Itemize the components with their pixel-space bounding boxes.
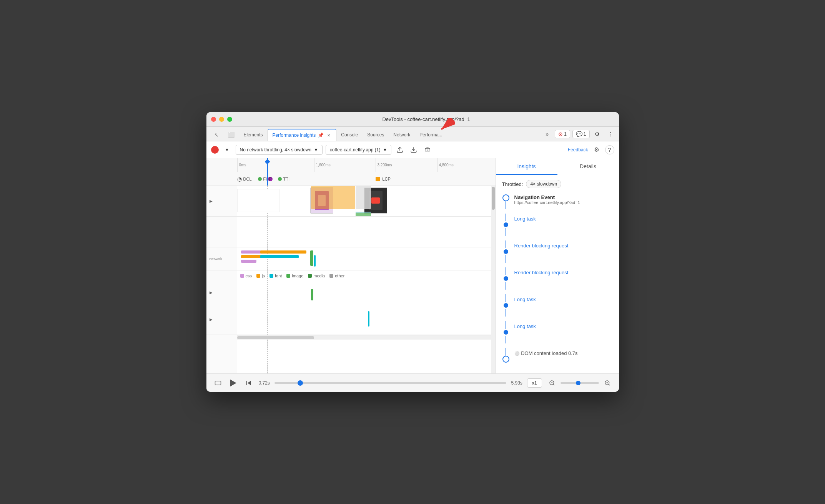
net-bar-css-2 xyxy=(241,260,256,263)
rb2-line-bottom xyxy=(506,282,506,290)
network-track xyxy=(237,247,491,270)
minimize-button[interactable] xyxy=(219,117,224,122)
timeline-tracks: css js font image xyxy=(237,186,491,373)
expand-row-2[interactable]: ▶ xyxy=(206,281,237,304)
screenshot-toggle-button[interactable] xyxy=(213,378,223,388)
url-dropdown[interactable]: coffee-cart.netlify.app (1) ▼ xyxy=(326,145,392,155)
long-task-2-link[interactable]: Long task xyxy=(514,297,536,302)
ruler-0ms: 0ms xyxy=(237,158,246,172)
tab-close-button[interactable]: ✕ xyxy=(326,133,331,138)
throttle-badge: 4× slowdown xyxy=(526,180,561,188)
tab-performance-insights-label: Performance insights xyxy=(273,133,316,138)
event-render-block-1: Render blocking request xyxy=(502,240,613,263)
tab-elements-label: Elements xyxy=(244,132,263,138)
legend-js-label: js xyxy=(262,274,265,278)
scrollbar-thumb-v[interactable] xyxy=(492,187,495,210)
tab-sources-label: Sources xyxy=(367,132,384,138)
delete-button[interactable] xyxy=(422,144,433,155)
help-button[interactable]: ? xyxy=(605,145,614,154)
more-tabs-button[interactable]: » xyxy=(542,129,552,139)
legend-other: other xyxy=(329,274,344,278)
legend-image: image xyxy=(286,274,303,278)
more-options-button[interactable]: ⋮ xyxy=(605,129,616,139)
lt3-dot xyxy=(504,330,508,335)
legend-image-label: image xyxy=(292,274,303,278)
long-task-1-link[interactable]: Long task xyxy=(514,216,536,222)
export-button[interactable] xyxy=(394,144,405,155)
tab-details[interactable]: Details xyxy=(557,158,619,175)
legend-media-label: media xyxy=(313,274,325,278)
throttle-text: Throttled: xyxy=(502,181,523,187)
nav-title: Navigation Event xyxy=(514,194,613,200)
milestone-group: ◔ DCL FCP TTI xyxy=(237,176,290,182)
feedback-link[interactable]: Feedback xyxy=(568,147,588,153)
lt1-connector xyxy=(502,214,510,236)
expand-row-1[interactable]: ▶ xyxy=(206,186,237,217)
tab-sources[interactable]: Sources xyxy=(363,129,389,141)
message-badge[interactable]: 💬 1 xyxy=(572,130,590,138)
green-block xyxy=(356,213,371,216)
expand-row-3[interactable]: ▶ xyxy=(206,304,237,335)
zoom-thumb[interactable] xyxy=(576,381,580,385)
timeline-scrollbar[interactable] xyxy=(237,335,491,340)
nav-line xyxy=(506,201,506,209)
record-button[interactable] xyxy=(211,146,219,154)
vertical-scrollbar[interactable] xyxy=(491,186,496,373)
rb2-content: Render blocking request xyxy=(514,267,613,276)
zoom-in-button[interactable] xyxy=(602,378,613,388)
zoom-slider[interactable] xyxy=(561,382,599,384)
nav-circle xyxy=(502,194,509,201)
throttle-dropdown[interactable]: No network throttling, 4× slowdown ▼ xyxy=(236,145,323,155)
timeline-scrubber[interactable] xyxy=(274,382,507,384)
svg-marker-7 xyxy=(248,381,251,385)
maximize-button[interactable] xyxy=(227,117,232,122)
window-title: DevTools - coffee-cart.netlify.app/?ad=1 xyxy=(238,116,614,122)
legend-font-label: font xyxy=(275,274,282,278)
step-back-button[interactable] xyxy=(243,378,254,388)
legend-font-dot xyxy=(269,274,273,278)
zoom-out-button[interactable] xyxy=(547,378,557,388)
rb2-dot xyxy=(504,276,508,281)
expand-arrow-3: ▶ xyxy=(210,317,213,322)
event-long-task-3: Long task xyxy=(502,321,613,343)
zoom-controls xyxy=(547,378,613,388)
insights-body: Throttled: 4× slowdown Navigation Event … xyxy=(496,175,619,373)
traffic-lights xyxy=(211,117,232,122)
close-button[interactable] xyxy=(211,117,216,122)
settings-gear-button[interactable]: ⚙ xyxy=(591,144,602,155)
error-badge[interactable]: ⊗ 1 xyxy=(555,130,570,138)
rb2-connector xyxy=(502,267,510,290)
render-block-1-link[interactable]: Render blocking request xyxy=(514,243,569,249)
tab-console[interactable]: Console xyxy=(336,129,363,141)
tab-network[interactable]: Network xyxy=(389,129,415,141)
svg-line-10 xyxy=(553,384,554,385)
interaction-marker xyxy=(314,255,316,267)
tab-device[interactable]: ⬜ xyxy=(223,129,239,141)
title-bar: DevTools - coffee-cart.netlify.app/?ad=1 xyxy=(206,112,619,127)
tab-performance[interactable]: Performa... xyxy=(415,129,447,141)
rb1-line-bottom xyxy=(506,255,506,263)
playhead xyxy=(267,158,268,172)
tab-pointer[interactable]: ↖ xyxy=(210,129,223,141)
scrollbar-thumb[interactable] xyxy=(237,336,314,339)
lt1-dot xyxy=(504,222,508,227)
scrubber-thumb[interactable] xyxy=(298,380,303,386)
tab-console-label: Console xyxy=(341,132,358,138)
tab-elements[interactable]: Elements xyxy=(239,129,268,141)
record-dropdown[interactable]: ▼ xyxy=(222,144,233,155)
download-button[interactable] xyxy=(408,144,419,155)
rb1-content: Render blocking request xyxy=(514,240,613,249)
nav-content: Navigation Event https://coffee-cart.net… xyxy=(514,194,613,205)
settings-button[interactable]: ⚙ xyxy=(592,129,603,139)
render-block-2-link[interactable]: Render blocking request xyxy=(514,270,569,275)
dom-line-top xyxy=(506,348,506,356)
speed-control[interactable]: x1 xyxy=(527,378,542,388)
event-dom-loaded: ⚪ DOM content loaded 0.7s xyxy=(502,348,613,363)
play-button[interactable] xyxy=(228,378,239,388)
error-count: 1 xyxy=(564,131,567,137)
event-render-block-2: Render blocking request xyxy=(502,267,613,290)
tab-insights[interactable]: Insights xyxy=(496,158,557,175)
pin-icon: 📌 xyxy=(318,133,324,138)
long-task-3-link[interactable]: Long task xyxy=(514,323,536,329)
tab-performance-insights[interactable]: Performance insights 📌 ✕ xyxy=(268,129,337,141)
